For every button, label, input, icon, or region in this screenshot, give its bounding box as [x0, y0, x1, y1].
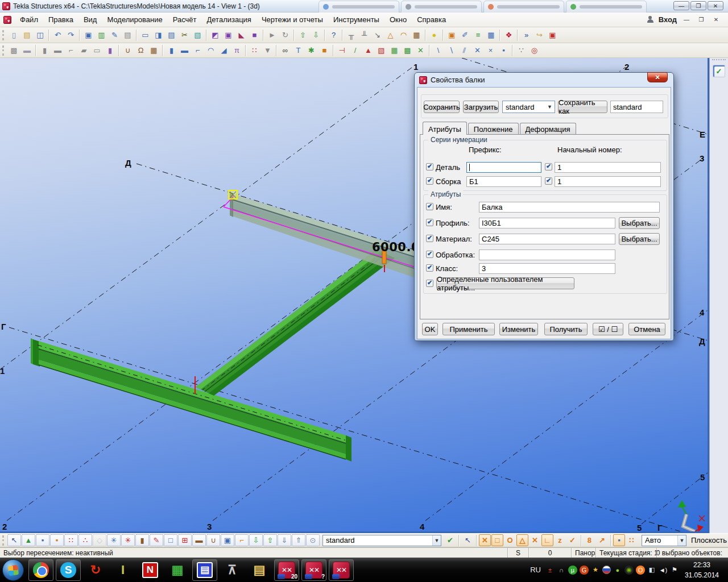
- view-properties-button[interactable]: ◨: [152, 29, 165, 41]
- restore-button[interactable]: ❐: [690, 1, 706, 10]
- smart-select-button[interactable]: ↖: [461, 534, 474, 547]
- network-icon[interactable]: ◧: [647, 566, 656, 575]
- menu-Расчёт[interactable]: Расчёт: [168, 13, 202, 26]
- name-input[interactable]: Балка: [479, 202, 660, 213]
- select-rebars-button[interactable]: ▬: [192, 534, 206, 546]
- taskbar-tekla-structures-20[interactable]: ✕✕20: [274, 559, 299, 581]
- new-model-button[interactable]: ▯: [7, 29, 20, 41]
- finish-input[interactable]: [479, 250, 615, 260]
- check-model-icon[interactable]: ✓: [713, 65, 725, 77]
- screenshot-button[interactable]: ▣: [546, 29, 559, 41]
- copy-button[interactable]: ▣: [82, 29, 95, 41]
- profile-checkbox[interactable]: ✔: [426, 219, 433, 226]
- language-indicator[interactable]: RU: [530, 566, 541, 574]
- snap-any-position-button[interactable]: 8: [584, 534, 595, 546]
- open-model-button[interactable]: ▤: [20, 29, 34, 41]
- select-components-button[interactable]: ∷: [64, 534, 78, 546]
- create-item-button[interactable]: ▮: [104, 44, 117, 57]
- select-grids-button[interactable]: ⌐: [235, 534, 249, 546]
- drawing-box-button[interactable]: ■: [248, 29, 261, 41]
- save-model-button[interactable]: ◫: [34, 29, 47, 41]
- taskbar-chrome[interactable]: [28, 559, 53, 581]
- taskbar-rotate-tool[interactable]: ↻: [83, 559, 108, 581]
- menu-Правка[interactable]: Правка: [43, 13, 78, 26]
- get-button[interactable]: Получить: [544, 323, 588, 335]
- eraser-button[interactable]: ▬: [20, 44, 34, 57]
- save-as-input[interactable]: standard: [610, 101, 663, 113]
- select-surfaces-2-button[interactable]: ▣: [221, 534, 234, 546]
- menu-Инструменты[interactable]: Инструменты: [328, 13, 384, 26]
- select-levels-up-button[interactable]: ⇧: [263, 534, 277, 546]
- material-checkbox[interactable]: ✔: [426, 235, 433, 242]
- u-profile-button[interactable]: ∪: [121, 44, 134, 57]
- menu-Чертежи и отчеты[interactable]: Чертежи и отчеты: [257, 13, 328, 26]
- new-view-button[interactable]: ▭: [139, 29, 152, 41]
- paste-button[interactable]: ▥: [95, 29, 108, 41]
- fetch-forward-button[interactable]: ⇧: [296, 29, 309, 41]
- star-app-icon[interactable]: ★: [591, 566, 600, 575]
- rotate-object-button[interactable]: ↻: [279, 29, 292, 41]
- tekla-online-button[interactable]: ❖: [502, 29, 515, 41]
- measure-arc-button[interactable]: ◠: [397, 29, 410, 41]
- circle-point-button[interactable]: ◎: [528, 44, 541, 57]
- select-points-down-button[interactable]: ⇓: [278, 534, 291, 546]
- create-polybeam-button[interactable]: ⌐: [64, 44, 77, 57]
- finish-checkbox[interactable]: ✔: [426, 251, 433, 258]
- cut-button[interactable]: ✂: [178, 29, 191, 41]
- assembly-prefix-input[interactable]: Б1: [466, 176, 541, 187]
- taskbar-crane-tool[interactable]: ⊼: [220, 559, 245, 581]
- snap-reference-points-button[interactable]: ✕: [479, 534, 491, 546]
- measure-distance-button[interactable]: ↘: [371, 29, 384, 41]
- load-button[interactable]: Загрузить: [463, 101, 499, 113]
- notification-bell-icon[interactable]: ∩: [557, 566, 566, 575]
- snap-create-points-button[interactable]: ✓: [566, 534, 578, 546]
- next-marked-object-button[interactable]: ►: [266, 29, 279, 41]
- trim-line-button[interactable]: ×: [484, 44, 497, 57]
- snap-tracking-button[interactable]: ↗: [596, 534, 608, 546]
- ok-button[interactable]: OK: [422, 323, 438, 335]
- select-phases-button[interactable]: ⊙: [306, 534, 320, 546]
- select-assemblies-button[interactable]: ◇: [93, 534, 106, 546]
- taskbar-steel-grid-tool[interactable]: ▦: [165, 559, 190, 581]
- phase-pair-button[interactable]: ▩: [401, 44, 414, 57]
- drawing-list-button[interactable]: ▣: [222, 29, 235, 41]
- select-views-button[interactable]: ⊞: [178, 534, 192, 546]
- context-help-button[interactable]: ?: [327, 29, 340, 41]
- material-select-button[interactable]: Выбрать...: [619, 233, 660, 245]
- layers-button[interactable]: ▣: [445, 29, 458, 41]
- steel-polybeam-button[interactable]: ⌐: [191, 44, 204, 57]
- mdi-minimize-button[interactable]: —: [681, 15, 692, 24]
- volume-icon[interactable]: ◄): [659, 566, 668, 575]
- colored-lines-button[interactable]: /: [349, 44, 362, 57]
- edit-report-button[interactable]: ✎: [108, 29, 121, 41]
- create-beam-button[interactable]: ▬: [51, 44, 64, 57]
- redo-button[interactable]: ↷: [64, 29, 77, 41]
- select-surfaces-button[interactable]: ▪: [36, 534, 49, 546]
- bolts-button[interactable]: ∷: [248, 44, 261, 57]
- modify-button[interactable]: Изменить: [499, 323, 538, 335]
- phase-group-button[interactable]: ▦: [388, 44, 401, 57]
- taskbar-floppy-save[interactable]: ▤: [192, 559, 217, 581]
- bench-button[interactable]: π: [230, 44, 243, 57]
- taskbar-file-explorer[interactable]: ▤: [247, 559, 272, 581]
- utorrent-icon[interactable]: µ: [568, 566, 577, 575]
- divide-line-2-button[interactable]: ⫽: [458, 44, 471, 57]
- snap-perpendicular-button[interactable]: ∟: [541, 534, 553, 546]
- profile-input[interactable]: I30Б1: [479, 218, 615, 228]
- profile-preset-combo[interactable]: standard ▼: [502, 101, 555, 113]
- assembly-checkbox[interactable]: ✔: [426, 177, 433, 185]
- save-button[interactable]: Сохранить: [424, 101, 460, 113]
- tab-Положение[interactable]: Положение: [468, 123, 519, 135]
- taskbar-beam-profile-tool[interactable]: I: [110, 559, 135, 581]
- steel-beam-button[interactable]: ▬: [178, 44, 191, 57]
- taskbar-tekla-help[interactable]: ✕✕?: [301, 559, 326, 581]
- assembly-start-input[interactable]: 1: [555, 176, 661, 187]
- select-points-button[interactable]: ∴: [78, 534, 92, 546]
- taskbar-clock[interactable]: 22:33 31.05.2014: [681, 560, 725, 580]
- cancel-button[interactable]: Отмена: [628, 323, 665, 335]
- snap-midpoints-button[interactable]: △: [516, 534, 528, 546]
- calculator-icon[interactable]: ±: [545, 566, 555, 575]
- tab-Атрибуты[interactable]: Атрибуты: [423, 122, 467, 135]
- create-line-button[interactable]: \: [432, 44, 445, 57]
- bolt-points-button[interactable]: ∵: [515, 44, 528, 57]
